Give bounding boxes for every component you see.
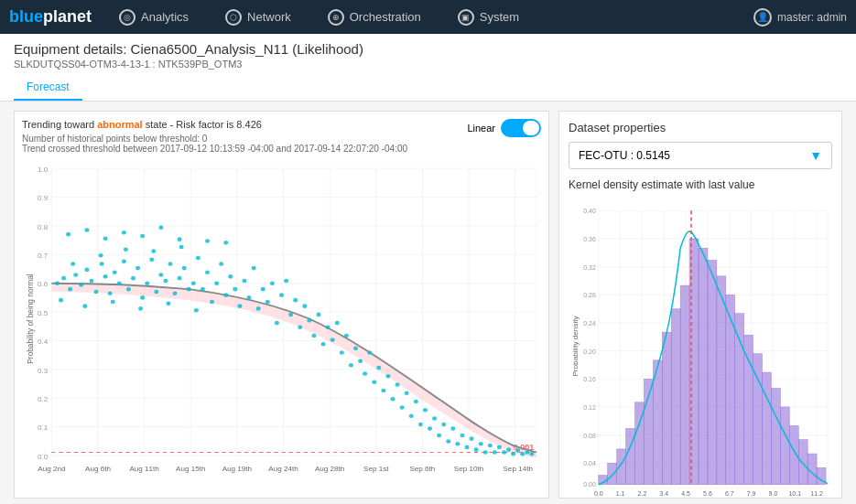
svg-point-135 [464,445,469,450]
svg-point-123 [409,413,414,418]
nav-tab-orchestration[interactable]: ⊕ Orchestration [309,0,439,34]
trend-meta1: Number of historical points below thresh… [22,134,541,144]
svg-point-102 [311,334,316,338]
svg-point-80 [210,300,214,305]
svg-point-119 [390,397,395,402]
dataset-title: Dataset properties [569,121,832,134]
svg-text:0.0: 0.0 [38,453,48,461]
svg-point-40 [73,273,78,277]
svg-point-136 [470,436,474,441]
svg-point-157 [205,239,210,243]
svg-point-151 [84,228,89,232]
svg-point-75 [166,302,170,306]
svg-point-132 [450,426,455,431]
svg-point-142 [497,445,502,450]
svg-point-43 [89,279,93,284]
svg-text:Sep 1st: Sep 1st [363,465,389,473]
toggle-switch[interactable] [501,119,541,137]
svg-text:0.5: 0.5 [38,309,48,317]
svg-text:0.16: 0.16 [583,376,596,382]
svg-text:7.9: 7.9 [747,490,756,496]
svg-text:0.20: 0.20 [583,349,596,355]
svg-point-85 [233,287,237,292]
svg-point-110 [349,363,353,368]
orchestration-icon: ⊕ [328,9,344,26]
svg-point-70 [99,253,103,258]
svg-point-95 [279,293,284,297]
system-icon: ▣ [458,9,474,26]
svg-point-122 [405,391,409,395]
nav-tab-system[interactable]: ▣ System [439,0,537,34]
svg-text:0.8: 0.8 [38,223,48,231]
svg-point-118 [385,374,390,379]
svg-point-64 [187,287,191,292]
dataset-select-dropdown[interactable]: FEC-OTU : 0.5145 ▼ [569,142,832,169]
svg-point-51 [126,287,131,292]
svg-point-101 [307,318,311,323]
svg-text:Aug 24th: Aug 24th [268,465,298,473]
svg-text:6.7: 6.7 [725,490,734,496]
svg-point-86 [237,304,242,308]
svg-rect-208 [626,428,635,484]
svg-point-107 [335,321,340,326]
trend-info: Trending toward abnormal state - Risk fa… [22,119,541,130]
svg-point-87 [242,279,246,284]
main-chart-svg: Probability of being normal 1.0 0.9 0.8 … [22,158,541,479]
svg-point-76 [179,245,184,250]
svg-text:Sep 14th: Sep 14th [503,465,532,473]
svg-rect-224 [771,388,780,484]
svg-point-156 [178,237,182,241]
svg-rect-207 [617,449,626,485]
svg-point-83 [223,293,228,297]
logo-blue: blue [9,7,43,26]
svg-point-69 [82,304,87,308]
main-content: Trending toward abnormal state - Risk fa… [0,102,856,504]
equipment-tabs: Forecast [14,75,842,101]
svg-point-141 [493,450,497,455]
main-chart-area: Probability of being normal 1.0 0.9 0.8 … [22,158,541,479]
svg-rect-219 [726,295,735,484]
svg-point-124 [414,400,418,404]
svg-point-117 [381,389,385,393]
svg-point-154 [140,234,145,239]
svg-text:0.36: 0.36 [583,236,596,242]
svg-point-140 [488,444,493,448]
equipment-header: Equipment details: Ciena6500_Analysis_N1… [0,34,856,102]
svg-point-93 [270,281,275,285]
svg-point-71 [111,300,115,305]
svg-point-144 [506,447,511,452]
logo[interactable]: blueplanet [9,7,92,27]
svg-point-96 [284,279,288,284]
svg-point-79 [205,270,210,274]
nav-tab-network[interactable]: ⬡ Network [207,0,309,34]
svg-point-104 [321,342,326,347]
main-header: blueplanet ◎ Analytics ⬡ Network ⊕ Orche… [0,0,856,34]
svg-text:5.6: 5.6 [703,490,712,496]
svg-point-88 [247,295,252,300]
svg-text:0.04: 0.04 [583,460,596,466]
svg-point-111 [353,347,358,351]
svg-point-108 [340,350,344,355]
svg-rect-217 [708,260,717,484]
svg-point-106 [330,338,335,342]
tab-forecast[interactable]: Forecast [14,75,82,101]
svg-point-121 [400,405,405,410]
toggle-label: Linear [467,123,495,134]
svg-point-137 [474,447,479,452]
svg-point-39 [68,287,72,292]
svg-rect-213 [671,309,680,485]
svg-point-129 [437,434,441,438]
svg-point-77 [194,308,199,313]
right-panel: Dataset properties FEC-OTU : 0.5145 ▼ Ke… [558,111,842,499]
svg-text:0.4: 0.4 [38,338,49,347]
nav-tab-analytics[interactable]: ◎ Analytics [101,0,207,34]
svg-text:0.08: 0.08 [583,433,596,439]
svg-point-65 [191,281,196,285]
svg-point-153 [122,231,126,235]
svg-point-126 [423,408,428,413]
svg-text:Aug 6th: Aug 6th [85,465,111,473]
svg-text:Aug 2nd: Aug 2nd [38,465,65,473]
svg-point-78 [200,287,205,292]
svg-rect-206 [608,463,617,485]
user-area[interactable]: 👤 master: admin [753,8,847,27]
